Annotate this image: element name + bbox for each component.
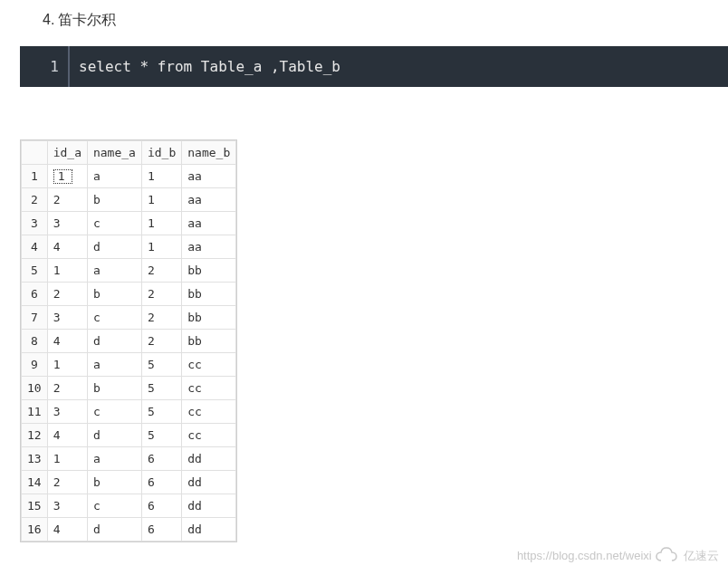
cell-id-b: 2 (141, 259, 181, 283)
cell-id-a: 4 (47, 330, 87, 353)
cell-name-a: b (87, 188, 141, 212)
cell-id-a: 4 (47, 518, 87, 541)
cell-id-b: 1 (141, 165, 181, 188)
corner-cell (22, 141, 48, 165)
heading-text: 笛卡尔积 (58, 12, 116, 27)
cell-name-b: aa (182, 235, 236, 259)
row-index: 2 (22, 188, 48, 212)
row-index: 5 (22, 259, 48, 283)
table-row: 33c1aa (22, 212, 236, 235)
table-row: 124d5cc (22, 424, 236, 447)
cell-name-b: dd (182, 447, 236, 471)
cell-id-a: 1 (47, 165, 87, 188)
watermark-brand: 亿速云 (684, 549, 719, 562)
cell-name-a: d (87, 235, 141, 259)
sql-code: select * from Table_a ,Table_b (70, 46, 350, 87)
row-index: 13 (22, 447, 48, 471)
cell-id-b: 1 (141, 188, 181, 212)
cell-id-b: 5 (141, 377, 181, 400)
cell-name-a: c (87, 212, 141, 235)
cell-name-a: c (87, 494, 141, 518)
row-index: 1 (22, 165, 48, 188)
table-row: 131a6dd (22, 447, 236, 471)
code-block: 1 select * from Table_a ,Table_b (20, 46, 728, 87)
cell-id-a: 3 (47, 306, 87, 330)
result-table: id_a name_a id_b name_b 1 1 a 1 aa 22b1a… (20, 139, 237, 542)
cell-id-b: 2 (141, 283, 181, 306)
row-index: 11 (22, 400, 48, 424)
cell-name-a: a (87, 259, 141, 283)
row-index: 15 (22, 494, 48, 518)
cell-name-b: dd (182, 494, 236, 518)
row-index: 16 (22, 518, 48, 541)
cell-id-b: 2 (141, 330, 181, 353)
table-row: 91a5cc (22, 353, 236, 377)
cell-id-a: 3 (47, 494, 87, 518)
table-row: 84d2bb (22, 330, 236, 353)
data-table: id_a name_a id_b name_b 1 1 a 1 aa 22b1a… (21, 140, 236, 541)
cell-id-b: 6 (141, 471, 181, 494)
cell-id-a: 2 (47, 188, 87, 212)
row-index: 10 (22, 377, 48, 400)
table-row: 44d1aa (22, 235, 236, 259)
cell-name-a: d (87, 518, 141, 541)
row-index: 7 (22, 306, 48, 330)
table-row: 62b2bb (22, 283, 236, 306)
cell-id-b: 6 (141, 494, 181, 518)
cell-id-b: 2 (141, 306, 181, 330)
cell-id-b: 5 (141, 400, 181, 424)
col-name-a: name_a (87, 141, 141, 165)
cell-name-a: b (87, 377, 141, 400)
cell-id-a: 4 (47, 235, 87, 259)
cell-id-b: 1 (141, 212, 181, 235)
cell-id-a: 3 (47, 400, 87, 424)
cell-id-a: 2 (47, 377, 87, 400)
cell-name-a: a (87, 353, 141, 377)
cell-id-a: 2 (47, 283, 87, 306)
watermark-url: https://blog.csdn.net/weixi (517, 549, 652, 562)
line-number: 1 (20, 46, 70, 87)
cell-id-a: 2 (47, 471, 87, 494)
cell-name-b: bb (182, 330, 236, 353)
cell-name-b: bb (182, 283, 236, 306)
row-index: 3 (22, 212, 48, 235)
row-index: 12 (22, 424, 48, 447)
table-row: 1 1 a 1 aa (22, 165, 236, 188)
cell-name-b: aa (182, 188, 236, 212)
cell-name-a: d (87, 424, 141, 447)
heading-number: 4. (43, 12, 54, 27)
row-index: 14 (22, 471, 48, 494)
cell-name-a: c (87, 400, 141, 424)
cell-id-a: 1 (47, 353, 87, 377)
cell-name-b: cc (182, 424, 236, 447)
header-row: id_a name_a id_b name_b (22, 141, 236, 165)
cell-name-b: aa (182, 165, 236, 188)
row-index: 4 (22, 235, 48, 259)
cell-name-a: b (87, 283, 141, 306)
selected-cell-value: 1 (53, 169, 73, 184)
cell-name-a: c (87, 306, 141, 330)
table-row: 102b5cc (22, 377, 236, 400)
cell-name-b: bb (182, 259, 236, 283)
cell-name-b: dd (182, 471, 236, 494)
cell-name-b: bb (182, 306, 236, 330)
cell-name-a: a (87, 447, 141, 471)
cell-id-b: 6 (141, 518, 181, 541)
cell-id-a: 1 (47, 447, 87, 471)
table-row: 164d6dd (22, 518, 236, 541)
cell-id-b: 5 (141, 353, 181, 377)
cell-id-a: 1 (47, 259, 87, 283)
cell-id-b: 1 (141, 235, 181, 259)
col-id-b: id_b (141, 141, 181, 165)
cell-name-b: dd (182, 518, 236, 541)
table-row: 73c2bb (22, 306, 236, 330)
cell-name-b: cc (182, 353, 236, 377)
cell-name-b: aa (182, 212, 236, 235)
col-id-a: id_a (47, 141, 87, 165)
cloud-icon (655, 547, 678, 566)
watermark: https://blog.csdn.net/weixi 亿速云 (517, 547, 719, 566)
row-index: 6 (22, 283, 48, 306)
cell-name-a: a (87, 165, 141, 188)
cell-name-b: cc (182, 377, 236, 400)
cell-id-b: 5 (141, 424, 181, 447)
